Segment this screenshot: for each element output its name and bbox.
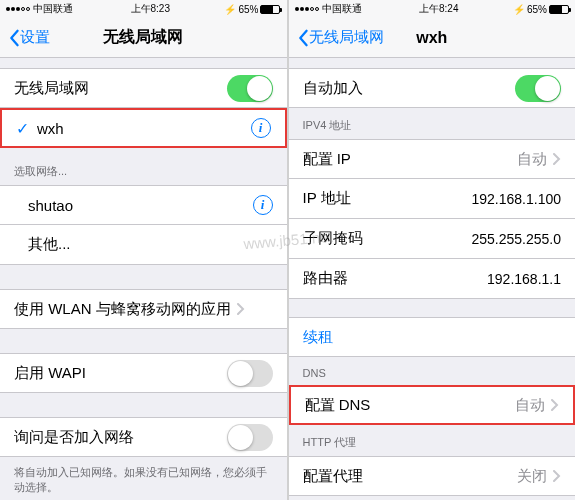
carrier: 中国联通 xyxy=(33,2,73,16)
checkmark-icon: ✓ xyxy=(16,119,29,138)
chevron-right-icon xyxy=(553,153,561,165)
auto-join-toggle[interactable] xyxy=(515,75,561,102)
config-dns-row[interactable]: 配置 DNS 自动 xyxy=(289,385,576,425)
page-title: 无线局域网 xyxy=(103,27,183,48)
http-proxy-header: HTTP 代理 xyxy=(289,425,576,456)
status-bar: 中国联通 上午8:23 ⚡65% xyxy=(0,0,287,18)
time: 上午8:24 xyxy=(419,2,458,16)
ip-address-row: IP 地址 192.168.1.100 xyxy=(289,179,576,219)
wapi-toggle[interactable] xyxy=(227,360,273,387)
battery-pct: 65% xyxy=(238,4,258,15)
page-title: wxh xyxy=(416,29,447,47)
router-row: 路由器 192.168.1.1 xyxy=(289,259,576,299)
network-name: shutao xyxy=(28,197,73,214)
config-proxy-row[interactable]: 配置代理 关闭 xyxy=(289,456,576,496)
auto-join-row[interactable]: 自动加入 xyxy=(289,68,576,108)
back-button[interactable]: 设置 xyxy=(8,28,50,47)
chevron-right-icon xyxy=(551,399,559,411)
status-bar: 中国联通 上午8:24 ⚡65% xyxy=(289,0,576,18)
dns-header: DNS xyxy=(289,357,576,385)
wifi-label: 无线局域网 xyxy=(14,79,89,98)
ask-join-toggle[interactable] xyxy=(227,424,273,451)
subnet-mask-row: 子网掩码 255.255.255.0 xyxy=(289,219,576,259)
info-icon[interactable]: i xyxy=(251,118,271,138)
wifi-toggle-row[interactable]: 无线局域网 xyxy=(0,68,287,108)
carrier: 中国联通 xyxy=(322,2,362,16)
nav-bar: 无线局域网 wxh xyxy=(289,18,576,58)
chevron-right-icon xyxy=(237,303,245,315)
other-network-row[interactable]: 其他... xyxy=(0,225,287,265)
time: 上午8:23 xyxy=(131,2,170,16)
network-name: wxh xyxy=(37,120,64,137)
ask-join-row[interactable]: 询问是否加入网络 xyxy=(0,417,287,457)
chevron-right-icon xyxy=(553,470,561,482)
wapi-row[interactable]: 启用 WAPI xyxy=(0,353,287,393)
battery-pct: 65% xyxy=(527,4,547,15)
wlan-cellular-row[interactable]: 使用 WLAN 与蜂窝移动网的应用 xyxy=(0,289,287,329)
connected-network-row[interactable]: ✓ wxh i xyxy=(0,108,287,148)
ask-join-note: 将自动加入已知网络。如果没有已知网络，您必须手动选择。 xyxy=(0,457,287,500)
back-button[interactable]: 无线局域网 xyxy=(297,28,384,47)
renew-lease-row[interactable]: 续租 xyxy=(289,317,576,357)
network-row[interactable]: shutao i xyxy=(0,185,287,225)
choose-network-header: 选取网络... xyxy=(0,148,287,185)
nav-bar: 设置 无线局域网 xyxy=(0,18,287,58)
config-ip-row[interactable]: 配置 IP 自动 xyxy=(289,139,576,179)
ipv4-header: IPV4 地址 xyxy=(289,108,576,139)
wifi-toggle[interactable] xyxy=(227,75,273,102)
info-icon[interactable]: i xyxy=(253,195,273,215)
